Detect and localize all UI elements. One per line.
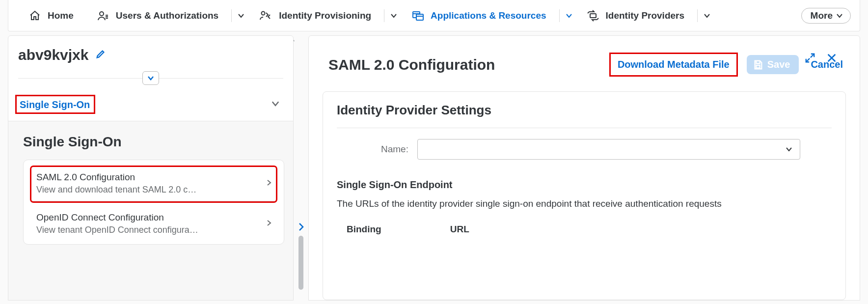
collapse-toggle-button[interactable] (142, 71, 159, 85)
nav-users[interactable]: Users & Authorizations (85, 10, 230, 22)
idp-icon (587, 10, 599, 22)
config-desc: View and download tenant SAML 2.0 c… (36, 185, 196, 195)
config-card: SAML 2.0 Configuration View and download… (23, 160, 284, 245)
nav-apps-label: Applications & Resources (431, 10, 546, 21)
idp-settings-heading: Identity Provider Settings (337, 103, 832, 128)
name-select[interactable] (417, 139, 800, 160)
expand-icon[interactable] (805, 53, 815, 66)
nav-provisioning[interactable]: Identity Provisioning (247, 10, 383, 22)
separator (231, 9, 232, 22)
apps-icon (412, 10, 424, 22)
save-button[interactable]: Save (747, 55, 799, 74)
separator (697, 9, 698, 22)
splitter[interactable] (294, 35, 308, 301)
tenant-name: abv9kvjxk (18, 47, 88, 63)
nav-home-label: Home (48, 10, 74, 21)
svg-rect-4 (590, 14, 596, 18)
nav-users-label: Users & Authorizations (116, 10, 218, 21)
config-desc: View tenant OpenID Connect configura… (36, 225, 198, 235)
home-icon (29, 10, 41, 22)
chevron-down-icon (785, 145, 793, 153)
nav-provisioning-label: Identity Provisioning (279, 10, 371, 21)
users-icon (97, 10, 109, 22)
chevron-down-icon (271, 99, 280, 111)
svg-rect-3 (416, 14, 423, 20)
splitter-handle-icon[interactable] (298, 222, 304, 234)
section-heading: Single Sign-On (23, 134, 284, 150)
sso-tab-label: Single Sign-On (20, 99, 90, 110)
sso-endpoint-desc: The URLs of the identity provider single… (337, 198, 832, 209)
nav-apps-dropdown[interactable] (563, 9, 575, 22)
config-title: SAML 2.0 Configuration (36, 172, 196, 183)
nav-more-label: More (811, 10, 833, 21)
sso-endpoint-title: Single Sign-On Endpoint (337, 179, 832, 191)
provisioning-icon (259, 10, 272, 22)
save-label: Save (767, 59, 790, 70)
page-title: SAML 2.0 Configuration (328, 56, 495, 73)
nav-idp-dropdown[interactable] (701, 9, 713, 22)
save-icon (753, 59, 763, 70)
svg-point-0 (100, 12, 104, 16)
right-panel: SAML 2.0 Configuration Download Metadata… (308, 35, 860, 301)
nav-idp[interactable]: Identity Providers (575, 10, 697, 22)
nav-more-button[interactable]: More (801, 8, 851, 24)
nav-apps[interactable]: Applications & Resources (400, 10, 558, 22)
th-binding: Binding (347, 224, 381, 235)
name-label: Name: (381, 144, 408, 155)
splitter-thumb[interactable] (298, 236, 303, 290)
workspace: abv9kvjxk Single Sign-On Single Si (8, 35, 860, 301)
config-title: OpenID Connect Configuration (36, 212, 198, 223)
close-icon[interactable] (826, 53, 837, 66)
chevron-right-icon (265, 179, 273, 189)
download-metadata-link[interactable]: Download Metadata File (609, 53, 738, 77)
nav-home[interactable]: Home (17, 10, 85, 22)
nav-idp-label: Identity Providers (606, 10, 685, 21)
separator (559, 9, 560, 22)
left-panel: abv9kvjxk Single Sign-On Single Si (8, 35, 294, 301)
config-item-openid[interactable]: OpenID Connect Configuration View tenant… (31, 207, 276, 241)
sso-tab[interactable]: Single Sign-On (8, 88, 293, 121)
th-url: URL (450, 224, 469, 235)
svg-rect-5 (756, 65, 760, 68)
nav-users-dropdown[interactable] (235, 9, 247, 22)
nav-provisioning-dropdown[interactable] (387, 9, 400, 22)
chevron-right-icon (265, 219, 273, 229)
top-nav: Home Users & Authorizations Identity Pro… (8, 0, 860, 31)
separator (384, 9, 384, 22)
svg-point-1 (262, 11, 265, 15)
endpoint-table-header: Binding URL (337, 224, 832, 235)
edit-icon[interactable] (95, 49, 106, 61)
config-item-saml[interactable]: SAML 2.0 Configuration View and download… (31, 167, 276, 201)
